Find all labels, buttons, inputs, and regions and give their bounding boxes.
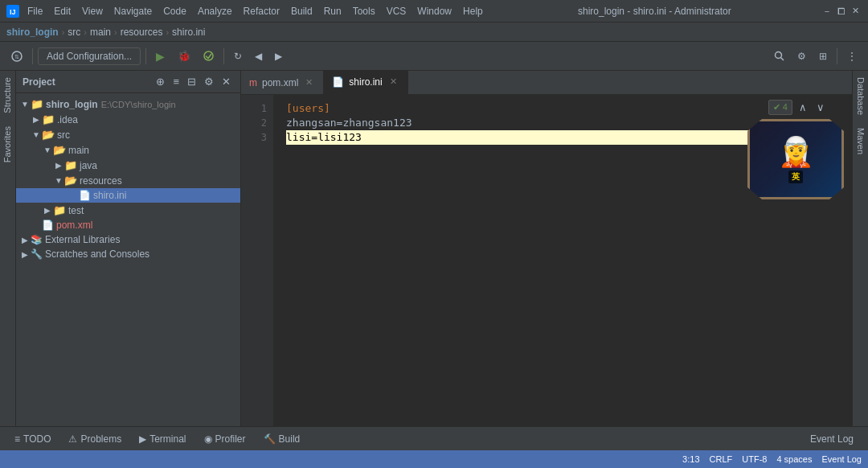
settings-button[interactable]: ⚙ bbox=[792, 48, 811, 64]
shiro-tab-close[interactable]: ✕ bbox=[387, 76, 399, 88]
menu-analyze[interactable]: Analyze bbox=[193, 4, 237, 18]
arrow-src: ▼ bbox=[31, 130, 42, 139]
menu-run[interactable]: Run bbox=[319, 4, 346, 18]
database-tab[interactable]: Database bbox=[854, 71, 867, 121]
toolbar-sep2 bbox=[145, 48, 146, 64]
status-line-ending[interactable]: CRLF bbox=[710, 454, 733, 464]
build-tab[interactable]: 🔨 Build bbox=[256, 431, 309, 447]
tree-item-pom[interactable]: ▶ 📄 pom.xml bbox=[16, 218, 240, 232]
tree-item-resources[interactable]: ▼ 📂 resources bbox=[16, 173, 240, 188]
debug-button[interactable]: 🐞 bbox=[173, 47, 195, 64]
idea-label: .idea bbox=[57, 114, 78, 125]
terminal-icon: ▶ bbox=[139, 433, 146, 445]
tab-shiro-ini[interactable]: 📄 shiro.ini ✕ bbox=[324, 71, 407, 95]
avatar-character: 🧝 bbox=[778, 135, 814, 169]
menu-bar: File Edit View Navigate Code Analyze Ref… bbox=[23, 4, 488, 18]
tree-item-java[interactable]: ▶ 📁 java bbox=[16, 158, 240, 173]
structure-tab[interactable]: Structure bbox=[0, 71, 15, 120]
scroll-up-button[interactable]: ∧ bbox=[796, 100, 810, 115]
toolbar-sep1 bbox=[32, 48, 33, 64]
close-button[interactable]: ✕ bbox=[850, 6, 862, 17]
main-folder-icon: 📂 bbox=[53, 144, 66, 156]
arrow-java: ▶ bbox=[53, 161, 64, 170]
todo-icon: ≡ bbox=[14, 433, 20, 445]
maximize-button[interactable]: ⧠ bbox=[836, 6, 847, 17]
window-title: shiro_login - shiro.ini - Administrator bbox=[578, 6, 731, 17]
refresh-button[interactable]: ↻ bbox=[229, 48, 247, 64]
shiro-tab-label: shiro.ini bbox=[349, 76, 382, 88]
sidebar-collapse-button[interactable]: ⊟ bbox=[184, 74, 199, 89]
tree-item-test[interactable]: ▶ 📁 test bbox=[16, 203, 240, 218]
breadcrumb-file[interactable]: shiro.ini bbox=[172, 27, 205, 38]
search-everywhere-button[interactable] bbox=[769, 48, 789, 64]
sidebar-gear-button[interactable]: ⚙ bbox=[201, 74, 217, 89]
menu-code[interactable]: Code bbox=[158, 4, 191, 18]
tree-item-extlibs[interactable]: ▶ 📚 External Libraries bbox=[16, 232, 240, 247]
nav-back-button[interactable]: ◀ bbox=[250, 48, 267, 64]
tree-item-root[interactable]: ▼ 📁 shiro_login E:\CDY\shiro_login bbox=[16, 96, 240, 112]
shiro-ini-label: shiro.ini bbox=[93, 190, 126, 201]
add-configuration-button[interactable]: Add Configuration... bbox=[38, 47, 141, 65]
tree-item-shiro-ini[interactable]: ▶ 📄 shiro.ini bbox=[16, 188, 240, 203]
status-indent[interactable]: 4 spaces bbox=[776, 454, 812, 464]
menu-help[interactable]: Help bbox=[458, 4, 488, 18]
sidebar-sort-button[interactable]: ≡ bbox=[170, 74, 182, 89]
profiler-icon: ◉ bbox=[204, 433, 212, 445]
event-log-right[interactable]: Event Log bbox=[802, 431, 862, 447]
breadcrumb-main[interactable]: main bbox=[90, 27, 111, 38]
profiler-tab[interactable]: ◉ Profiler bbox=[196, 431, 254, 447]
svg-text:IJ: IJ bbox=[10, 8, 16, 16]
menu-build[interactable]: Build bbox=[286, 4, 317, 18]
window-controls: − ⧠ ✕ bbox=[821, 6, 862, 17]
tree-item-scratches[interactable]: ▶ 🔧 Scratches and Consoles bbox=[16, 247, 240, 261]
status-position[interactable]: 3:13 bbox=[682, 454, 699, 464]
editor-content: 1 2 3 [users] zhangsan=zhangsan123 lisi=… bbox=[241, 95, 852, 426]
sidebar-close-button[interactable]: ✕ bbox=[219, 74, 234, 89]
breadcrumb-project[interactable]: shiro_login bbox=[6, 27, 59, 38]
status-encoding[interactable]: UTF-8 bbox=[742, 454, 767, 464]
nav-forward-button[interactable]: ▶ bbox=[270, 48, 287, 64]
title-left: IJ File Edit View Navigate Code Analyze … bbox=[6, 4, 488, 18]
tree-item-src[interactable]: ▼ 📂 src bbox=[16, 127, 240, 142]
maven-tab[interactable]: Maven bbox=[854, 121, 867, 161]
menu-vcs[interactable]: VCS bbox=[382, 4, 411, 18]
arrow-extlibs: ▶ bbox=[19, 236, 31, 244]
menu-navigate[interactable]: Navigate bbox=[109, 4, 157, 18]
more-button[interactable]: ⋮ bbox=[842, 48, 862, 64]
menu-window[interactable]: Window bbox=[412, 4, 457, 18]
terminal-tab[interactable]: ▶ Terminal bbox=[131, 431, 194, 447]
src-folder-icon: 📂 bbox=[42, 129, 55, 141]
pom-tab-label: pom.xml bbox=[262, 77, 298, 88]
menu-view[interactable]: View bbox=[77, 4, 108, 18]
menu-file[interactable]: File bbox=[23, 4, 47, 18]
favorites-tab[interactable]: Favorites bbox=[0, 120, 15, 169]
menu-refactor[interactable]: Refactor bbox=[239, 4, 285, 18]
menu-tools[interactable]: Tools bbox=[348, 4, 380, 18]
layout-button[interactable]: ⊞ bbox=[814, 48, 832, 64]
status-event-log[interactable]: Event Log bbox=[821, 454, 862, 464]
pom-tab-close[interactable]: ✕ bbox=[303, 76, 315, 88]
breadcrumb-resources[interactable]: resources bbox=[121, 27, 163, 38]
coverage-button[interactable] bbox=[199, 48, 219, 64]
scroll-down-button[interactable]: ∨ bbox=[813, 100, 828, 115]
minimize-button[interactable]: − bbox=[821, 6, 833, 17]
breadcrumb-sep3: › bbox=[113, 27, 119, 37]
todo-label: TODO bbox=[23, 433, 51, 445]
left-side-tabs: Structure Favorites bbox=[0, 71, 16, 426]
right-panel: Database Maven bbox=[852, 71, 868, 426]
root-label: shiro_login bbox=[46, 99, 98, 110]
sidebar-scope-button[interactable]: ⊕ bbox=[153, 74, 168, 89]
git-icon-btn[interactable]: ⇅ bbox=[6, 48, 27, 64]
pom-tab-icon: m bbox=[249, 77, 257, 88]
todo-tab[interactable]: ≡ TODO bbox=[6, 431, 59, 447]
tab-pom-xml[interactable]: m pom.xml ✕ bbox=[241, 71, 324, 95]
menu-edit[interactable]: Edit bbox=[49, 4, 76, 18]
run-button[interactable]: ▶ bbox=[151, 47, 170, 65]
root-path: E:\CDY\shiro_login bbox=[101, 100, 176, 109]
tree-item-main[interactable]: ▼ 📂 main bbox=[16, 142, 240, 158]
breadcrumb-src[interactable]: src bbox=[68, 27, 80, 38]
status-bar: 3:13 CRLF UTF-8 4 spaces Event Log bbox=[0, 450, 868, 468]
editor-area: m pom.xml ✕ 📄 shiro.ini ✕ 1 2 3 [users] … bbox=[241, 71, 852, 426]
tree-item-idea[interactable]: ▶ 📁 .idea bbox=[16, 112, 240, 127]
problems-tab[interactable]: ⚠ Problems bbox=[60, 431, 129, 447]
